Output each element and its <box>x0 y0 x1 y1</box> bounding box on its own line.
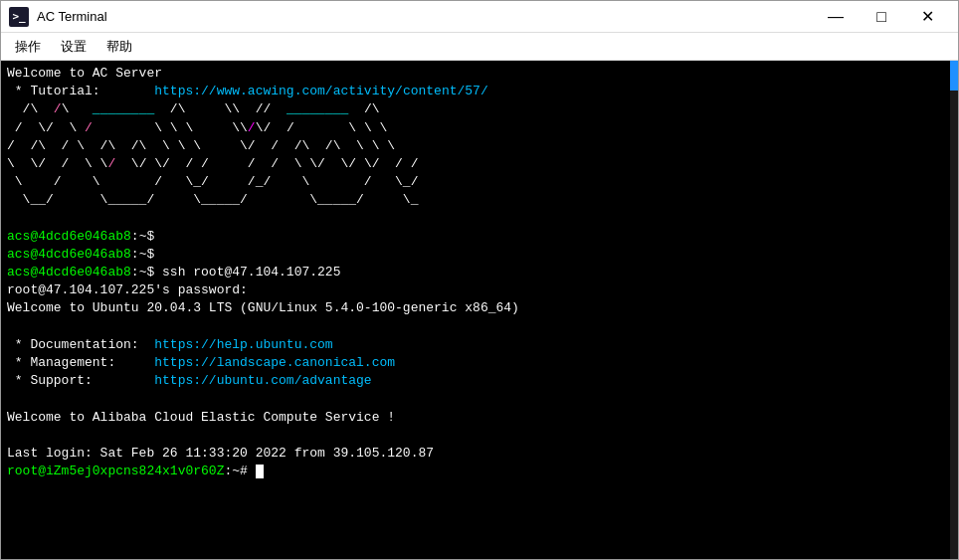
icon-label: >_ <box>12 10 25 23</box>
app-icon: >_ <box>9 7 29 27</box>
menu-item-help[interactable]: 帮助 <box>96 34 142 60</box>
line-root-prompt: root@iZm5ej0xpcns824x1v0r60Z:~# <box>7 464 264 478</box>
line-welcome: Welcome to AC Server <box>7 66 162 81</box>
line-prompt2: acs@4dcd6e046ab8:~$ <box>7 247 154 262</box>
line-prompt1: acs@4dcd6e046ab8:~$ <box>7 229 154 244</box>
terminal-window: >_ AC Terminal — □ ✕ 操作 设置 帮助 Welcome to… <box>0 0 959 560</box>
line-doc: * Documentation: https://help.ubuntu.com <box>7 337 333 352</box>
line-support: * Support: https://ubuntu.com/advantage <box>7 373 372 388</box>
line-password: root@47.104.107.225's password: <box>7 282 248 297</box>
line-tutorial: * Tutorial: https://www.acwing.com/activ… <box>7 84 488 98</box>
menu-item-actions[interactable]: 操作 <box>5 34 51 60</box>
close-button[interactable]: ✕ <box>904 1 950 33</box>
line-lastlogin: Last login: Sat Feb 26 11:33:20 2022 fro… <box>7 446 434 461</box>
line-prompt3: acs@4dcd6e046ab8:~$ ssh root@47.104.107.… <box>7 265 340 280</box>
terminal-container[interactable]: Welcome to AC Server * Tutorial: https:/… <box>1 61 958 559</box>
line-mgmt: * Management: https://landscape.canonica… <box>7 355 395 370</box>
window-title: AC Terminal <box>37 9 813 24</box>
scrollbar-thumb[interactable] <box>950 61 958 91</box>
title-bar: >_ AC Terminal — □ ✕ <box>1 1 958 33</box>
terminal-output[interactable]: Welcome to AC Server * Tutorial: https:/… <box>1 61 950 559</box>
line-welcome-ubuntu: Welcome to Ubuntu 20.04.3 LTS (GNU/Linux… <box>7 300 519 315</box>
menu-bar: 操作 设置 帮助 <box>1 33 958 61</box>
line-alibaba: Welcome to Alibaba Cloud Elastic Compute… <box>7 410 395 425</box>
scrollbar-track[interactable] <box>950 61 958 559</box>
minimize-button[interactable]: — <box>813 1 859 33</box>
window-controls: — □ ✕ <box>813 1 950 33</box>
menu-item-settings[interactable]: 设置 <box>51 34 96 60</box>
maximize-button[interactable]: □ <box>859 1 904 33</box>
ascii-art: /\ /\ ________ /\ \\ // ________ /\ / \/… <box>7 101 418 207</box>
